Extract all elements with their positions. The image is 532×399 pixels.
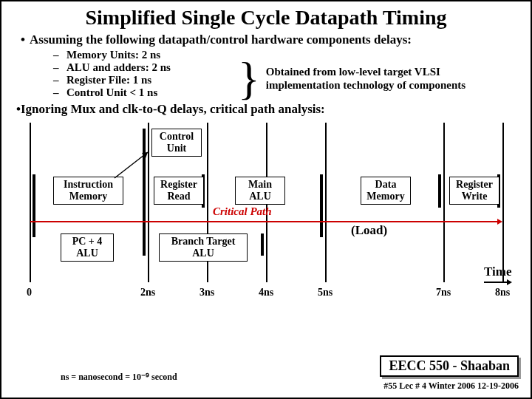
tick-4ns: 4ns [259, 287, 273, 299]
delay-alu: ALU and adders: 2 ns [66, 61, 171, 74]
delay-regfile: Register File: 1 ns [66, 74, 151, 86]
bullet-assumptions-text: Assuming the following datapath/control … [30, 33, 412, 47]
load-label: (Load) [351, 223, 387, 238]
bullet-assumptions: •Assuming the following datapath/control… [16, 33, 516, 47]
footer-course: EECC 550 - Shaaban [380, 355, 519, 377]
time-label: Time [484, 265, 511, 279]
brace-note-line1: Obtained from low-level target VLSI [266, 65, 466, 78]
brace-annotation: } Obtained from low-level target VLSI im… [238, 56, 466, 100]
timing-diagram: Control Unit Instruction Memory Register… [15, 123, 517, 330]
footnote-ns: ns = nanosecond = 10⁻⁹ second [61, 372, 177, 383]
critical-path-arrow [30, 219, 502, 225]
box-control-unit: Control Unit [151, 129, 202, 157]
svg-line-0 [115, 152, 148, 178]
tick-0: 0 [27, 287, 32, 299]
box-register-write: Register Write [449, 177, 499, 205]
tick-3ns: 3ns [200, 287, 214, 299]
time-arrow [484, 279, 512, 285]
delay-control: Control Unit < 1 ns [66, 86, 157, 99]
tick-8ns: 8ns [495, 287, 510, 299]
svg-marker-1 [142, 152, 148, 158]
page-title: Simplified Single Cycle Datapath Timing [1, 1, 531, 31]
tick-7ns: 7ns [436, 287, 451, 299]
bullet-ignoring: •Ignoring Mux and clk-to-Q delays, criti… [16, 102, 516, 117]
box-main-alu: Main ALU [235, 177, 285, 205]
critical-path-label: Critical Path [213, 205, 272, 218]
bullet-ignoring-text: Ignoring Mux and clk-to-Q delays, critic… [21, 102, 325, 116]
footer-meta: #55 Lec # 4 Winter 2006 12-19-2006 [383, 381, 519, 392]
box-data-memory: Data Memory [361, 177, 411, 205]
box-branch-alu: Branch Target ALU [159, 233, 248, 262]
tick-5ns: 5ns [318, 287, 332, 299]
brace-note-line2: implementation technology of components [266, 78, 466, 92]
box-pc4-alu: PC + 4 ALU [61, 233, 114, 262]
delay-memory: Memory Units: 2 ns [66, 49, 160, 61]
brace-icon: } [238, 56, 260, 100]
arrow-im-to-cu [111, 149, 155, 182]
tick-2ns: 2ns [140, 287, 155, 299]
box-register-read: Register Read [154, 177, 204, 205]
